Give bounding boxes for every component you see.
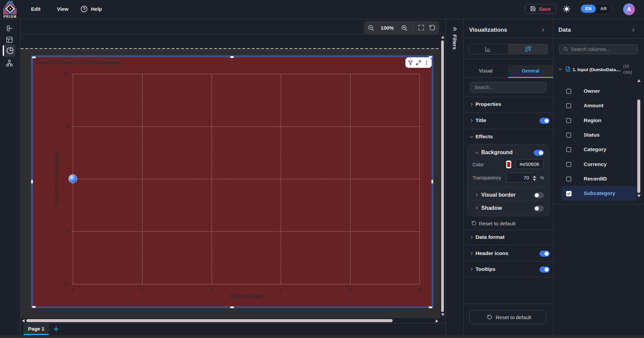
svg-text:PRISM: PRISM bbox=[3, 15, 17, 19]
